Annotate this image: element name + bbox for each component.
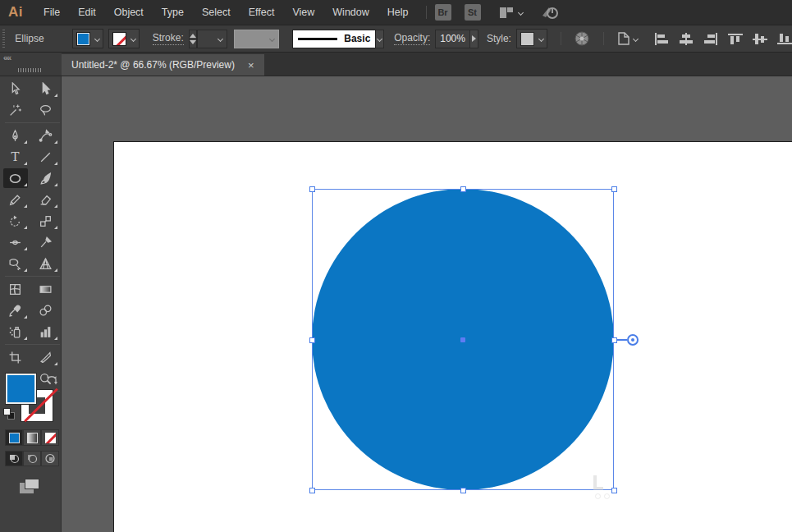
tool-gradient[interactable] xyxy=(30,278,61,300)
tool-line-segment[interactable] xyxy=(30,146,61,167)
opacity-input[interactable]: 100% xyxy=(435,30,470,48)
menu-edit[interactable]: Edit xyxy=(69,7,105,18)
tool-type[interactable]: T xyxy=(0,146,30,167)
handle-bottom-left[interactable] xyxy=(309,488,315,493)
panel-grip[interactable] xyxy=(2,30,5,48)
brush-dropdown-button[interactable] xyxy=(376,30,384,48)
tool-selection[interactable] xyxy=(0,78,30,99)
stroke-color-dropdown[interactable] xyxy=(108,29,140,48)
flyout-indicator xyxy=(24,204,27,208)
tool-paintbrush[interactable] xyxy=(30,167,61,189)
center-point[interactable] xyxy=(460,337,465,342)
default-fill-stroke-icon[interactable] xyxy=(3,408,15,420)
stroke-label[interactable]: Stroke: xyxy=(153,32,184,45)
tool-slice[interactable] xyxy=(30,346,61,368)
workspace-switcher-icon[interactable] xyxy=(499,7,523,19)
app-logo: Ai xyxy=(0,4,34,21)
change-screen-mode-icon[interactable] xyxy=(20,479,41,495)
tool-artboard[interactable] xyxy=(0,346,30,368)
style-swatch[interactable] xyxy=(520,32,534,46)
menu-effect[interactable]: Effect xyxy=(240,7,284,18)
graphic-style-dropdown[interactable] xyxy=(516,29,547,48)
toolbox-grip[interactable] xyxy=(18,68,43,72)
tool-blend[interactable] xyxy=(30,300,61,321)
flyout-indicator xyxy=(54,362,57,365)
menu-type[interactable]: Type xyxy=(153,7,193,18)
none-button[interactable] xyxy=(41,429,59,446)
step-up-icon[interactable] xyxy=(190,34,196,38)
opacity-label[interactable]: Opacity: xyxy=(394,32,430,45)
tool-shape-builder[interactable] xyxy=(0,253,30,274)
menu-file[interactable]: File xyxy=(34,7,69,18)
document-tab[interactable]: Untitled-2* @ 66.67% (RGB/Preview) × xyxy=(62,54,264,76)
flyout-indicator xyxy=(24,337,27,340)
handle-middle-right[interactable] xyxy=(611,337,617,343)
draw-normal-button[interactable] xyxy=(5,451,23,466)
handle-middle-left[interactable] xyxy=(309,337,315,343)
horizontal-align-center-icon[interactable] xyxy=(679,33,694,45)
horizontal-align-left-icon[interactable] xyxy=(654,33,669,45)
tool-ellipse[interactable] xyxy=(0,167,30,189)
tool-pencil[interactable] xyxy=(0,189,30,210)
collapse-panel-icon[interactable]: «« xyxy=(3,53,11,62)
draw-behind-button[interactable] xyxy=(23,451,41,466)
close-tab-icon[interactable]: × xyxy=(248,59,254,71)
stroke-weight-stepper[interactable] xyxy=(189,30,197,48)
tool-magic-wand[interactable] xyxy=(0,99,30,121)
tool-eyedropper[interactable] xyxy=(0,300,30,321)
gradient-button[interactable] xyxy=(23,429,41,446)
draw-inside-button[interactable] xyxy=(41,451,59,466)
vertical-align-top-icon[interactable] xyxy=(728,33,743,45)
menu-select[interactable]: Select xyxy=(193,7,240,18)
selection-tool-icon xyxy=(8,82,22,96)
tool-perspective-grid[interactable] xyxy=(30,253,61,274)
document-setup-icon[interactable] xyxy=(617,31,638,46)
flyout-indicator xyxy=(54,337,57,340)
brush-definition-dropdown[interactable]: Basic xyxy=(292,30,376,48)
vertical-align-bottom-icon[interactable] xyxy=(777,33,792,45)
canvas-area[interactable] xyxy=(62,76,792,532)
swap-fill-stroke-icon[interactable] xyxy=(46,375,57,386)
opacity-menu-button[interactable] xyxy=(470,30,478,48)
bridge-button[interactable]: Br xyxy=(435,4,451,21)
fill-proxy-swatch[interactable] xyxy=(6,374,36,404)
step-down-icon[interactable] xyxy=(190,40,196,44)
fill-color-dropdown[interactable] xyxy=(72,29,103,48)
tool-lasso[interactable] xyxy=(30,99,61,121)
flyout-indicator xyxy=(54,183,57,186)
gpu-performance-icon[interactable] xyxy=(539,4,561,21)
tool-symbol-sprayer[interactable] xyxy=(0,321,30,342)
vertical-align-center-icon[interactable] xyxy=(753,33,767,45)
menu-help[interactable]: Help xyxy=(378,7,418,18)
stroke-none-swatch[interactable] xyxy=(112,32,126,46)
tool-scale[interactable] xyxy=(30,210,61,232)
handle-top-right[interactable] xyxy=(611,186,617,192)
pie-widget-handle[interactable] xyxy=(627,334,639,346)
tool-direct-selection[interactable] xyxy=(30,78,61,99)
tool-eraser[interactable] xyxy=(30,189,61,210)
flyout-indicator xyxy=(24,140,27,144)
tool-pen[interactable] xyxy=(0,125,30,146)
handle-top-center[interactable] xyxy=(460,186,466,192)
tool-rotate[interactable] xyxy=(0,210,30,232)
tool-puppet-warp[interactable] xyxy=(30,232,61,253)
tool-width[interactable] xyxy=(0,232,30,253)
menu-view[interactable]: View xyxy=(283,7,323,18)
menu-window[interactable]: Window xyxy=(323,7,378,18)
tool-curvature[interactable] xyxy=(30,125,61,146)
menu-object[interactable]: Object xyxy=(105,7,153,18)
handle-top-left[interactable] xyxy=(309,186,315,192)
fill-swatch[interactable] xyxy=(76,32,90,46)
ellipse-tool-icon xyxy=(8,172,22,186)
handle-bottom-right[interactable] xyxy=(611,488,617,493)
recolor-artwork-icon[interactable] xyxy=(574,30,590,47)
tool-mesh[interactable] xyxy=(0,278,30,300)
horizontal-align-right-icon[interactable] xyxy=(703,33,718,45)
stroke-weight-dropdown[interactable] xyxy=(197,30,228,48)
flyout-indicator xyxy=(54,226,57,229)
chevron-down-icon xyxy=(538,35,544,41)
color-button[interactable] xyxy=(5,429,23,446)
tool-column-graph[interactable] xyxy=(30,321,61,342)
stock-button[interactable]: St xyxy=(465,4,481,21)
handle-bottom-center[interactable] xyxy=(460,488,466,493)
